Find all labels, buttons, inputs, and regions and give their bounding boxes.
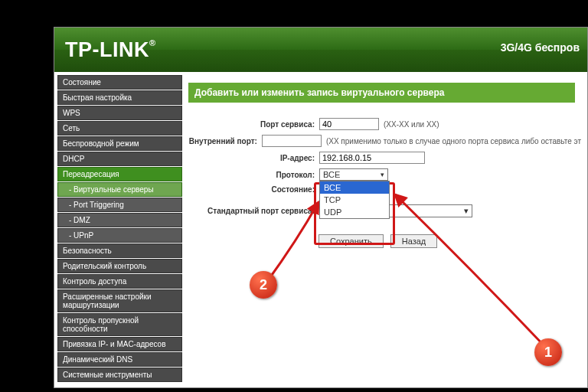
chevron-down-icon: ▾ <box>464 206 469 216</box>
sidebar-item[interactable]: DHCP <box>57 152 182 166</box>
annotation-bubble-2: 2 <box>250 271 277 299</box>
logo: TP-LINK® <box>65 38 156 62</box>
sidebar-item[interactable]: - Port Triggering <box>57 198 182 212</box>
sidebar-item[interactable]: Сеть <box>57 121 182 136</box>
sidebar-item[interactable]: Контроль доступа <box>57 274 182 289</box>
hint-internal-port: (XX применимо только в случае одного пор… <box>326 137 581 145</box>
label-service-port: Порт сервиса: <box>188 120 319 129</box>
label-state: Состояние: <box>188 185 319 194</box>
sidebar-item[interactable]: Динамический DNS <box>57 352 182 367</box>
label-ip: IP-адрес: <box>188 154 319 162</box>
sidebar-item[interactable]: Родительский контроль <box>57 259 182 273</box>
input-internal-port[interactable] <box>262 135 322 147</box>
input-ip[interactable] <box>319 152 425 164</box>
sidebar-item[interactable]: Расширенные настройки маршрутизации <box>57 289 182 312</box>
sidebar-item[interactable]: - UPnP <box>57 228 182 243</box>
sidebar-item[interactable]: Безопасность <box>57 243 182 258</box>
sidebar-item[interactable]: Привязка IP- и MAC-адресов <box>57 337 182 351</box>
sidebar-item[interactable]: - Виртуальные серверы <box>57 182 182 197</box>
sidebar-item[interactable]: Контроль пропускной способности <box>57 313 182 336</box>
hint-service-port: (XX-XX или XX) <box>384 120 439 129</box>
sidebar-item[interactable]: Системные инструменты <box>57 368 182 382</box>
input-service-port[interactable] <box>319 118 379 130</box>
label-protocol: Протокол: <box>188 171 319 179</box>
label-internal-port: Внутренний порт: <box>188 137 262 145</box>
page-title: Добавить или изменить запись виртуальног… <box>188 83 575 103</box>
sidebar-item[interactable]: Быстрая настройка <box>57 90 182 105</box>
dropdown-option[interactable]: TCP <box>320 194 389 206</box>
top-banner: TP-LINK® 3G/4G беспров <box>54 28 587 72</box>
back-button[interactable]: Назад <box>390 234 438 248</box>
save-button[interactable]: Сохранить <box>318 234 384 248</box>
select-protocol[interactable]: ВСЕ▾ ВСЕTCPUDP <box>319 168 388 181</box>
sidebar-item[interactable]: - DMZ <box>57 213 182 227</box>
sidebar-item[interactable]: WPS <box>57 106 182 120</box>
dropdown-option[interactable]: ВСЕ <box>320 181 389 194</box>
chevron-down-icon: ▾ <box>381 171 384 178</box>
content-area: Добавить или изменить запись виртуальног… <box>182 72 587 387</box>
sidebar: СостояниеБыстрая настройкаWPSСетьБеспров… <box>54 72 182 387</box>
annotation-bubble-1: 1 <box>534 338 562 366</box>
dropdown-option[interactable]: UDP <box>320 206 389 218</box>
banner-model: 3G/4G беспров <box>501 41 580 54</box>
dropdown-protocol[interactable]: ВСЕTCPUDP <box>319 181 390 219</box>
sidebar-item[interactable]: Переадресация <box>57 167 182 181</box>
sidebar-item[interactable]: Состояние <box>57 75 182 90</box>
sidebar-item[interactable]: Беспроводной режим <box>57 136 182 151</box>
label-std-port: Стандартный порт сервиса: <box>188 207 319 215</box>
